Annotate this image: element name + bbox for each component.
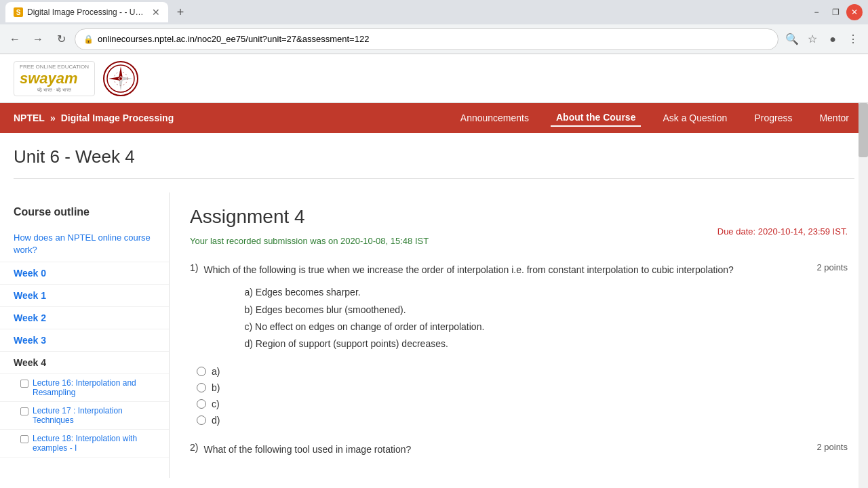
answer-option-b[interactable]: b) <box>197 382 848 393</box>
nptel-logo <box>103 61 138 96</box>
assignment-title: Assignment 4 <box>190 206 848 228</box>
new-tab-button[interactable]: + <box>171 3 190 22</box>
question-1-block: 1) Which of the following is true when w… <box>190 262 848 426</box>
answer-option-c[interactable]: c) <box>197 399 848 409</box>
sidebar-lecture-16[interactable]: Lecture 16: Interpolation and Resampling <box>0 374 169 402</box>
nav-progress[interactable]: Progress <box>749 110 797 126</box>
svg-marker-3 <box>108 77 121 81</box>
lock-icon: 🔒 <box>83 35 94 44</box>
bookmark-icon[interactable]: ☆ <box>803 30 822 49</box>
radio-b[interactable] <box>197 383 206 392</box>
radio-c[interactable] <box>197 399 206 409</box>
lecture-checkbox-17[interactable] <box>20 407 28 415</box>
sidebar-lecture-18[interactable]: Lecture 18: Interpolation with examples … <box>0 430 169 458</box>
question-1-points: 2 points <box>816 262 848 272</box>
sidebar-week-4[interactable]: Week 4 <box>0 352 169 374</box>
profile-icon[interactable]: ● <box>823 30 842 49</box>
sidebar-week-2[interactable]: Week 2 <box>0 307 169 329</box>
tab-title: Digital Image Processing - - Uni... <box>27 7 148 17</box>
swayam-logo: FREE ONLINE EDUCATION swayam पढ़े भारत ·… <box>14 61 95 96</box>
minimize-button[interactable]: − <box>808 4 825 20</box>
free-online-label: FREE ONLINE EDUCATION <box>20 64 89 70</box>
sidebar: Course outline How does an NPTEL online … <box>0 192 170 478</box>
menu-icon[interactable]: ⋮ <box>844 30 863 49</box>
compass-icon <box>106 64 136 94</box>
breadcrumb-separator: » <box>50 113 56 123</box>
svg-marker-4 <box>121 77 133 81</box>
refresh-button[interactable]: ↻ <box>52 30 71 49</box>
window-controls: − ❐ ✕ <box>808 4 863 20</box>
lecture-checkbox-16[interactable] <box>20 380 28 388</box>
address-bar[interactable]: 🔒 <box>75 28 778 50</box>
breadcrumb-nptel[interactable]: NPTEL <box>14 113 45 123</box>
breadcrumb-course[interactable]: Digital Image Processing <box>61 113 174 123</box>
nav-bar: NPTEL » Digital Image Processing Announc… <box>0 103 868 133</box>
sidebar-week-0[interactable]: Week 0 <box>0 262 169 285</box>
content-area: Assignment 4 Your last recorded submissi… <box>170 192 868 478</box>
question-1-header: 1) Which of the following is true when w… <box>190 262 848 361</box>
forward-button[interactable]: → <box>28 30 47 49</box>
sidebar-howto[interactable]: How does an NPTEL online course work? <box>0 226 169 262</box>
sidebar-lecture-17[interactable]: Lecture 17 : Interpolation Techniques <box>0 402 169 430</box>
svg-point-5 <box>119 77 122 80</box>
tab-favicon: S <box>14 7 23 17</box>
question-1-number: 1) <box>190 262 198 273</box>
svg-marker-2 <box>119 79 123 91</box>
sidebar-title: Course outline <box>0 206 169 226</box>
nav-ask-question[interactable]: Ask a Question <box>657 110 732 126</box>
browser-titlebar: S Digital Image Processing - - Uni... ✕ … <box>0 0 868 24</box>
sidebar-week-1[interactable]: Week 1 <box>0 285 169 307</box>
scrollbar-track[interactable] <box>859 103 868 478</box>
page-content: FREE ONLINE EDUCATION swayam पढ़े भारत ·… <box>0 54 868 478</box>
lecture-checkbox-18[interactable] <box>20 435 28 443</box>
submission-info: Your last recorded submission was on 202… <box>190 236 429 246</box>
zoom-icon[interactable]: 🔍 <box>783 30 802 49</box>
nav-links: Announcements About the Course Ask a Que… <box>455 109 854 127</box>
back-button[interactable]: ← <box>5 30 24 49</box>
option-c: c) No effect on edges on change of order… <box>244 319 733 336</box>
question-1-options: a) Edges becomes sharper. b) Edges becom… <box>203 284 733 352</box>
option-a: a) Edges becomes sharper. <box>244 284 733 301</box>
browser-window: S Digital Image Processing - - Uni... ✕ … <box>0 0 868 54</box>
question-2-points: 2 points <box>816 442 848 464</box>
answer-option-a[interactable]: a) <box>197 366 848 377</box>
swayam-tagline: पढ़े भारत · बढ़े भारत <box>20 87 89 93</box>
swayam-text: swayam <box>20 70 89 87</box>
nav-announcements[interactable]: Announcements <box>455 110 534 126</box>
tab-close-button[interactable]: ✕ <box>152 7 160 17</box>
logo-area: FREE ONLINE EDUCATION swayam पढ़े भारत ·… <box>14 61 138 96</box>
sidebar-week-3[interactable]: Week 3 <box>0 329 169 352</box>
url-input[interactable] <box>98 34 770 44</box>
radio-d[interactable] <box>197 415 206 425</box>
answer-option-d[interactable]: d) <box>197 415 848 426</box>
option-d: d) Region of support (support points) de… <box>244 336 733 352</box>
browser-tab[interactable]: S Digital Image Processing - - Uni... ✕ <box>5 2 168 22</box>
question-2-block: 2) What of the following tool used in im… <box>190 442 848 464</box>
question-1-text: Which of the following is true when we i… <box>203 262 733 277</box>
nav-mentor[interactable]: Mentor <box>814 110 854 126</box>
browser-navbar: ← → ↻ 🔒 🔍 ☆ ● ⋮ <box>0 24 868 54</box>
option-b: b) Edges becomes blur (smoothened). <box>244 302 733 319</box>
main-wrapper: Course outline How does an NPTEL online … <box>0 192 868 478</box>
question-1-answers: a) b) c) d) <box>190 366 848 426</box>
site-header: FREE ONLINE EDUCATION swayam पढ़े भारत ·… <box>0 54 868 103</box>
scrollbar-thumb[interactable] <box>859 103 868 157</box>
breadcrumb: NPTEL » Digital Image Processing <box>14 113 174 123</box>
question-2-number: 2) <box>190 442 198 464</box>
page-title-area: Unit 6 - Week 4 <box>0 133 868 179</box>
close-button[interactable]: ✕ <box>846 4 863 20</box>
maximize-button[interactable]: ❐ <box>827 4 844 20</box>
browser-nav-icons: 🔍 ☆ ● ⋮ <box>783 30 863 49</box>
svg-marker-1 <box>119 66 123 79</box>
due-date: Due date: 2020-10-14, 23:59 IST. <box>717 226 848 237</box>
radio-a[interactable] <box>197 367 206 376</box>
question-2-text: What of the following tool used in image… <box>203 442 411 457</box>
page-title: Unit 6 - Week 4 <box>14 146 854 179</box>
nav-about[interactable]: About the Course <box>551 109 641 127</box>
